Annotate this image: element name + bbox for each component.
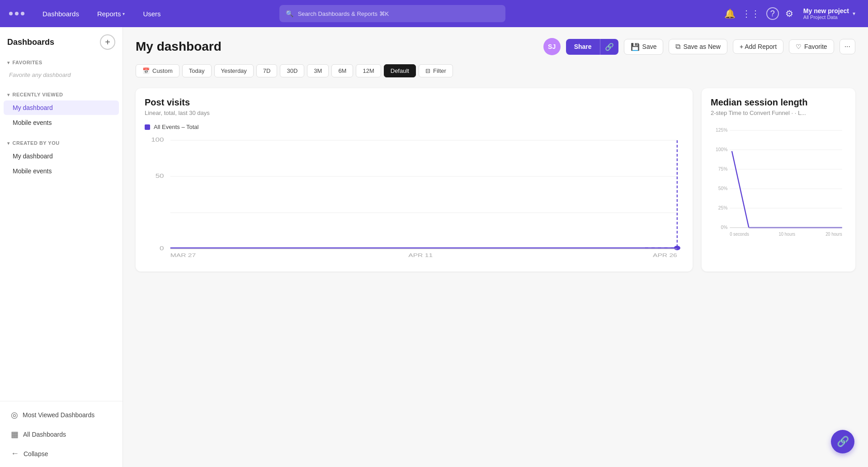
sidebar-item-mobile-events-recent[interactable]: Mobile events — [4, 115, 119, 130]
created-by-you-section: ▾ CREATED BY YOU My dashboard Mobile eve… — [0, 134, 123, 182]
sidebar-item-my-dashboard-created[interactable]: My dashboard — [4, 149, 119, 163]
most-viewed-icon: ◎ — [11, 410, 18, 420]
heart-icon: ♡ — [796, 43, 802, 50]
svg-text:MAR 27: MAR 27 — [170, 253, 196, 258]
median-session-subtitle: 2-step Time to Convert Funnel · · L... — [711, 110, 846, 116]
svg-text:50%: 50% — [718, 186, 728, 191]
dashboard-title: My dashboard — [136, 39, 538, 54]
save-icon: 💾 — [631, 43, 640, 51]
created-by-you-header[interactable]: ▾ CREATED BY YOU — [0, 138, 123, 148]
project-selector[interactable]: My new project All Project Data ▾ — [800, 5, 859, 22]
topnav-right-actions: 🔔 ⋮⋮ ? ⚙ My new project All Project Data… — [724, 5, 859, 22]
collapse-label: Collapse — [24, 450, 48, 457]
filter-icon: ⊟ — [425, 67, 430, 74]
share-button[interactable]: Share — [566, 39, 600, 55]
project-subtitle: All Project Data — [803, 14, 849, 20]
search-placeholder: Search Dashboards & Reports ⌘K — [298, 10, 389, 17]
recently-viewed-label: RECENTLY VIEWED — [13, 92, 63, 97]
dashboard-header: My dashboard SJ Share 🔗 💾 Save ⧉ Save as… — [136, 38, 855, 55]
svg-text:APR 11: APR 11 — [408, 253, 433, 258]
median-session-chart-card: Median session length 2-step Time to Con… — [702, 88, 855, 272]
12m-filter-button[interactable]: 12M — [356, 64, 381, 77]
svg-text:25%: 25% — [718, 205, 728, 210]
favorite-button[interactable]: ♡ Favorite — [789, 39, 834, 54]
collapse-button[interactable]: ← Collapse — [4, 444, 119, 463]
reports-chevron-icon: ▾ — [123, 11, 125, 16]
collapse-icon: ← — [11, 449, 19, 458]
median-session-chart-area: 125% 100% 75% 50% 25% 0% 0 seconds 10 ho… — [711, 124, 846, 250]
default-filter-button[interactable]: Default — [384, 64, 416, 77]
recently-viewed-section: ▾ RECENTLY VIEWED My dashboard Mobile ev… — [0, 86, 123, 134]
30d-filter-button[interactable]: 30D — [280, 64, 304, 77]
custom-filter-button[interactable]: 📅 Custom — [136, 64, 179, 77]
top-navigation: Dashboards Reports ▾ Users 🔍 Search Dash… — [0, 0, 868, 27]
fab-button[interactable]: 🔗 — [831, 430, 854, 453]
calendar-icon: 📅 — [142, 67, 150, 74]
post-visits-title: Post visits — [145, 97, 684, 108]
today-filter-button[interactable]: Today — [182, 64, 212, 77]
created-by-you-label: CREATED BY YOU — [13, 140, 60, 146]
project-chevron-icon: ▾ — [853, 10, 855, 17]
add-report-button[interactable]: + Add Report — [733, 39, 783, 54]
svg-text:75%: 75% — [718, 166, 728, 172]
most-viewed-label: Most Viewed Dashboards — [23, 411, 94, 419]
post-visits-legend: All Events – Total — [145, 124, 684, 130]
help-icon[interactable]: ? — [766, 7, 779, 20]
sidebar: Dashboards + ▾ FAVORITES Favorite any da… — [0, 27, 123, 467]
all-dashboards-icon: ▦ — [11, 429, 19, 439]
link-icon: 🔗 — [605, 43, 614, 51]
created-by-you-chevron-icon: ▾ — [7, 141, 10, 146]
reports-nav-link[interactable]: Reports ▾ — [94, 8, 129, 19]
all-dashboards-link[interactable]: ▦ All Dashboards — [4, 425, 119, 444]
svg-text:0: 0 — [160, 245, 164, 251]
median-session-svg: 125% 100% 75% 50% 25% 0% 0 seconds 10 ho… — [711, 124, 846, 250]
post-visits-subtitle: Linear, total, last 30 days — [145, 110, 684, 116]
search-bar[interactable]: 🔍 Search Dashboards & Reports ⌘K — [279, 5, 505, 22]
favorites-section: ▾ FAVORITES Favorite any dashboard — [0, 53, 123, 86]
notifications-icon[interactable]: 🔔 — [724, 8, 736, 19]
link-fab-icon: 🔗 — [837, 436, 849, 448]
svg-text:50: 50 — [156, 173, 164, 179]
save-button[interactable]: 💾 Save — [624, 39, 664, 55]
sidebar-item-my-dashboard-recent[interactable]: My dashboard — [4, 100, 119, 115]
charts-grid: Post visits Linear, total, last 30 days … — [136, 88, 855, 272]
post-visits-svg: 100 50 0 MAR 27 APR 11 APR 26 — [145, 136, 684, 258]
sidebar-bottom: ◎ Most Viewed Dashboards ▦ All Dashboard… — [0, 401, 123, 467]
dashboards-nav-link[interactable]: Dashboards — [39, 8, 83, 19]
svg-text:20 hours: 20 hours — [826, 232, 842, 237]
median-session-title: Median session length — [711, 97, 846, 108]
most-viewed-dashboards-link[interactable]: ◎ Most Viewed Dashboards — [4, 405, 119, 424]
filter-button[interactable]: ⊟ Filter — [419, 64, 453, 77]
legend-color-dot — [145, 124, 150, 130]
recently-viewed-header[interactable]: ▾ RECENTLY VIEWED — [0, 89, 123, 100]
share-button-group: Share 🔗 — [566, 39, 618, 55]
sidebar-header: Dashboards + — [0, 27, 123, 53]
3m-filter-button[interactable]: 3M — [307, 64, 329, 77]
share-link-button[interactable]: 🔗 — [600, 39, 618, 55]
favorites-section-header[interactable]: ▾ FAVORITES — [0, 57, 123, 68]
save-as-new-button[interactable]: ⧉ Save as New — [669, 39, 727, 54]
users-nav-link[interactable]: Users — [139, 8, 164, 19]
more-options-button[interactable]: ··· — [840, 39, 855, 54]
copy-icon: ⧉ — [675, 43, 680, 51]
grid-icon[interactable]: ⋮⋮ — [742, 8, 760, 19]
main-content: My dashboard SJ Share 🔗 💾 Save ⧉ Save as… — [123, 27, 868, 467]
favorites-label: FAVORITES — [13, 60, 42, 65]
time-filter-bar: 📅 Custom Today Yesterday 7D 30D 3M 6M 12… — [136, 64, 855, 77]
post-visits-chart-area: 100 50 0 MAR 27 APR 11 APR 26 — [145, 136, 684, 262]
7d-filter-button[interactable]: 7D — [256, 64, 278, 77]
more-icon: ··· — [844, 43, 850, 50]
sidebar-title: Dashboards — [7, 38, 54, 47]
sidebar-item-mobile-events-created[interactable]: Mobile events — [4, 164, 119, 178]
add-dashboard-button[interactable]: + — [100, 34, 115, 50]
recently-viewed-chevron-icon: ▾ — [7, 92, 10, 97]
project-name: My new project — [803, 7, 849, 14]
svg-text:10 hours: 10 hours — [779, 232, 796, 237]
yesterday-filter-button[interactable]: Yesterday — [214, 64, 254, 77]
post-visits-chart-card: Post visits Linear, total, last 30 days … — [136, 88, 693, 272]
settings-icon[interactable]: ⚙ — [785, 8, 793, 19]
svg-text:APR 26: APR 26 — [653, 253, 677, 258]
svg-text:0%: 0% — [721, 224, 728, 230]
legend-label: All Events – Total — [154, 124, 198, 130]
6m-filter-button[interactable]: 6M — [331, 64, 353, 77]
